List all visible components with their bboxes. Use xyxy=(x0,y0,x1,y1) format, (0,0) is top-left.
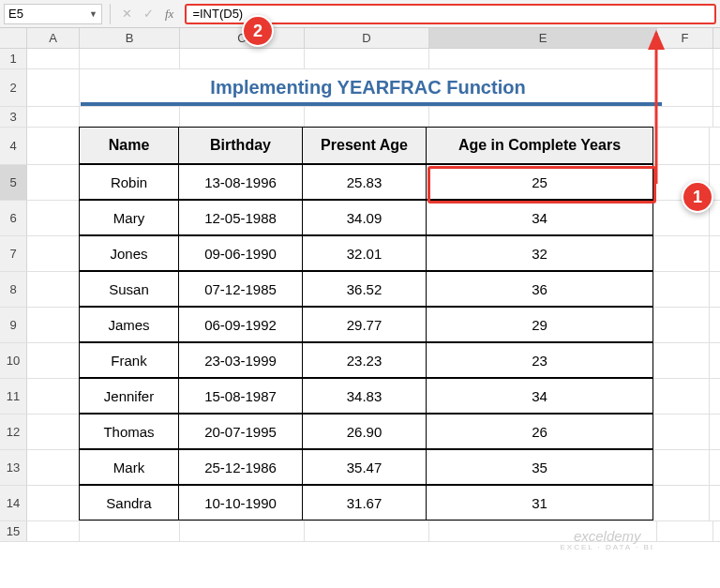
cell-birthday[interactable]: 12-05-1988 xyxy=(178,200,303,235)
row-header[interactable]: 6 xyxy=(0,201,27,235)
cell[interactable] xyxy=(653,415,710,449)
fx-icon[interactable]: fx xyxy=(161,7,177,22)
cell-birthday[interactable]: 13-08-1996 xyxy=(178,164,303,200)
row-header[interactable]: 5 xyxy=(0,165,27,200)
cell[interactable] xyxy=(27,272,80,307)
cell[interactable] xyxy=(653,343,710,378)
cell[interactable] xyxy=(27,165,80,200)
table-header-birthday[interactable]: Birthday xyxy=(178,127,303,164)
cell[interactable] xyxy=(27,236,80,271)
cell[interactable] xyxy=(653,308,710,342)
row-header[interactable]: 11 xyxy=(0,379,27,414)
select-all-corner[interactable] xyxy=(0,28,27,48)
row-header[interactable]: 3 xyxy=(0,107,27,127)
col-header-D[interactable]: D xyxy=(305,28,429,48)
cell-age-complete[interactable]: 23 xyxy=(426,342,653,378)
cell[interactable] xyxy=(27,450,80,485)
cell-birthday[interactable]: 09-06-1990 xyxy=(178,235,303,271)
cell[interactable] xyxy=(305,107,429,127)
cell-present-age[interactable]: 31.67 xyxy=(302,485,427,520)
col-header-F[interactable]: F xyxy=(657,28,713,48)
cell-name[interactable]: Thomas xyxy=(79,414,179,449)
cell-name[interactable]: Frank xyxy=(79,342,179,378)
cell-present-age[interactable]: 25.83 xyxy=(302,164,427,200)
row-header[interactable]: 2 xyxy=(0,69,27,106)
cell-present-age[interactable]: 29.77 xyxy=(302,307,427,342)
cell-name[interactable]: Jennifer xyxy=(79,378,179,414)
cell[interactable] xyxy=(429,107,657,127)
row-header[interactable]: 10 xyxy=(0,343,27,378)
worksheet[interactable]: A B C D E F 1 2 Implementing YEARFRAC Fu… xyxy=(0,28,720,542)
cell-name[interactable]: Jones xyxy=(79,235,179,271)
cell[interactable] xyxy=(657,49,713,68)
cell[interactable] xyxy=(80,107,180,127)
check-icon[interactable]: ✓ xyxy=(140,7,158,21)
col-header-E[interactable]: E xyxy=(429,28,657,48)
cell[interactable] xyxy=(27,128,80,164)
cell[interactable] xyxy=(653,486,710,520)
cell[interactable] xyxy=(653,128,710,164)
cancel-icon[interactable]: ✕ xyxy=(118,7,136,21)
cell-present-age[interactable]: 35.47 xyxy=(302,449,427,485)
cell-birthday[interactable]: 10-10-1990 xyxy=(178,485,303,520)
cell-age-complete[interactable]: 34 xyxy=(426,200,653,235)
cell-age-complete[interactable]: 32 xyxy=(426,235,653,271)
cell-present-age[interactable]: 26.90 xyxy=(302,414,427,449)
table-header-age-complete[interactable]: Age in Complete Years xyxy=(426,127,653,164)
row-header[interactable]: 13 xyxy=(0,450,27,485)
cell-name[interactable]: Sandra xyxy=(79,485,179,520)
cell-age-complete[interactable]: 36 xyxy=(426,271,653,307)
col-header-A[interactable]: A xyxy=(27,28,80,48)
cell[interactable] xyxy=(27,521,80,541)
cell-age-complete[interactable]: 35 xyxy=(426,449,653,485)
cell-name[interactable]: Robin xyxy=(79,164,179,200)
cell[interactable] xyxy=(653,379,710,414)
cell[interactable] xyxy=(27,343,80,378)
cell[interactable] xyxy=(180,49,305,68)
row-header[interactable]: 7 xyxy=(0,236,27,271)
cell[interactable] xyxy=(305,521,429,541)
col-header-B[interactable]: B xyxy=(80,28,180,48)
row-header[interactable]: 15 xyxy=(0,521,27,541)
row-header[interactable]: 8 xyxy=(0,272,27,307)
cell-age-complete[interactable]: 31 xyxy=(426,485,653,520)
cell-age-complete[interactable]: 26 xyxy=(426,414,653,449)
cell[interactable] xyxy=(305,49,429,68)
name-box[interactable]: E5 ▼ xyxy=(4,4,102,24)
cell-present-age[interactable]: 34.83 xyxy=(302,378,427,414)
cell[interactable] xyxy=(180,107,305,127)
cell-present-age[interactable]: 32.01 xyxy=(302,235,427,271)
cell[interactable] xyxy=(27,201,80,235)
row-header[interactable]: 12 xyxy=(0,415,27,449)
cell-present-age[interactable]: 36.52 xyxy=(302,271,427,307)
cell-present-age[interactable]: 34.09 xyxy=(302,200,427,235)
cell[interactable] xyxy=(27,308,80,342)
row-header[interactable]: 1 xyxy=(0,49,27,68)
cell-birthday[interactable]: 25-12-1986 xyxy=(178,449,303,485)
cell[interactable] xyxy=(27,415,80,449)
cell[interactable] xyxy=(653,236,710,271)
cell-age-complete[interactable]: 25 xyxy=(426,164,653,200)
cell-present-age[interactable]: 23.23 xyxy=(302,342,427,378)
cell[interactable] xyxy=(27,69,80,106)
table-header-present-age[interactable]: Present Age xyxy=(302,127,427,164)
cell-birthday[interactable]: 15-08-1987 xyxy=(178,378,303,414)
cell-birthday[interactable]: 23-03-1999 xyxy=(178,342,303,378)
cell[interactable] xyxy=(657,107,713,127)
cell[interactable] xyxy=(27,107,80,127)
cell-age-complete[interactable]: 34 xyxy=(426,378,653,414)
cell[interactable] xyxy=(653,272,710,307)
cell-birthday[interactable]: 07-12-1985 xyxy=(178,271,303,307)
cell-birthday[interactable]: 06-09-1992 xyxy=(178,307,303,342)
cell-name[interactable]: Mark xyxy=(79,449,179,485)
chevron-down-icon[interactable]: ▼ xyxy=(89,9,98,19)
cell-age-complete[interactable]: 29 xyxy=(426,307,653,342)
cell-birthday[interactable]: 20-07-1995 xyxy=(178,414,303,449)
cell-name[interactable]: Mary xyxy=(79,200,179,235)
row-header[interactable]: 14 xyxy=(0,486,27,520)
cell[interactable] xyxy=(27,486,80,520)
cell[interactable] xyxy=(27,379,80,414)
cell-name[interactable]: Susan xyxy=(79,271,179,307)
cell[interactable] xyxy=(80,521,180,541)
cell[interactable] xyxy=(657,521,713,541)
